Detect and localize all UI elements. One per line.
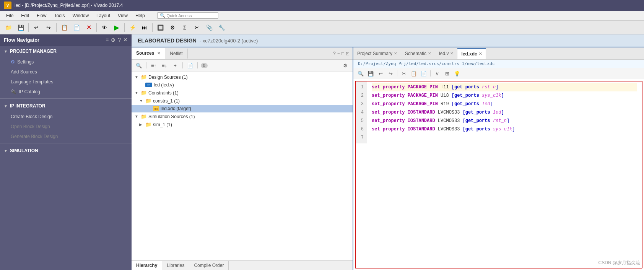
editor-redo-btn[interactable]: ↪ [386, 69, 395, 78]
toolbar-sigma[interactable]: Σ [179, 23, 190, 33]
menu-flow[interactable]: Flow [34, 12, 49, 19]
editor-undo-btn[interactable]: ↩ [376, 69, 385, 78]
toolbar-stop[interactable]: ✕ [83, 23, 94, 33]
editor-comment-btn[interactable]: // [433, 69, 441, 78]
bracket-close-4: ] [501, 108, 504, 117]
toolbar-undo[interactable]: ↩ [31, 23, 42, 33]
line-num-3: 3 [357, 100, 364, 108]
menu-tools[interactable]: Tools [51, 12, 68, 19]
toolbar-program[interactable]: ⚡ [127, 23, 138, 33]
toolbar-copy[interactable]: 📋 [59, 23, 70, 33]
tree-sim-1[interactable]: ▶ 📁 sim_1 (1) [132, 120, 353, 128]
tab-led-xdc[interactable]: led.xdc ✕ [457, 48, 486, 59]
tree-design-sources[interactable]: ▼ 📁 Design Sources (1) [132, 73, 353, 81]
bottom-tab-hierarchy[interactable]: Hierarchy [132, 261, 162, 270]
editor-cut-btn[interactable]: ✂ [400, 69, 408, 78]
flow-nav-collapse[interactable]: ≡ [106, 37, 109, 43]
sources-expand-all[interactable]: ≡↓ [160, 61, 169, 70]
iostd-val-2: LVCMOS33 [438, 117, 460, 125]
toolbar-settings[interactable]: ⚙ [167, 23, 178, 33]
nav-section-header-ip[interactable]: ▼ IP INTEGRATOR [0, 100, 132, 112]
nav-item-create-block[interactable]: Create Block Design [0, 112, 132, 122]
flow-nav-expand[interactable]: ⊕ [111, 37, 115, 43]
tab-netlist[interactable]: Netlist [165, 49, 187, 59]
editor-copy-btn[interactable]: 📋 [410, 69, 418, 78]
kw-set-3: set_property [372, 100, 405, 108]
nav-section-ip-integrator: ▼ IP INTEGRATOR Create Block Design Open… [0, 100, 132, 142]
tree-sim-sources[interactable]: ▼ 📁 Simulation Sources (1) [132, 112, 353, 120]
tab-led-xdc-close[interactable]: ✕ [479, 52, 482, 56]
menu-file[interactable]: File [3, 12, 16, 19]
tab-schematic-close[interactable]: ✕ [428, 51, 431, 55]
toolbar-pin[interactable]: 📎 [204, 23, 215, 33]
pin-val-2: U18 [441, 91, 449, 100]
port-led-2: led [493, 108, 501, 117]
editor-paste-btn[interactable]: 📄 [420, 69, 428, 78]
code-area[interactable]: 1 2 3 4 5 6 7 set_p [356, 81, 642, 268]
tab-schematic[interactable]: Schematic ✕ [401, 49, 435, 59]
tab-led-v[interactable]: led.v ✕ [435, 49, 457, 59]
toolbar-step[interactable]: ⏭ [139, 23, 150, 33]
iostd-val-3: LVCMOS33 [438, 125, 460, 133]
tab-sources-close[interactable]: ✕ [157, 51, 160, 55]
port-sys-clk-2: sys_clk [493, 125, 512, 133]
editor-save-btn[interactable]: 💾 [366, 69, 375, 78]
sources-collapse-all[interactable]: ≡↑ [150, 61, 158, 70]
nav-item-add-sources[interactable]: Add Sources [0, 67, 132, 77]
toolbar-checkpoint[interactable]: 🔲 [155, 23, 166, 33]
nav-item-ip-catalog[interactable]: 🔌 IP Catalog [0, 87, 132, 97]
sources-search-btn[interactable]: 🔍 [135, 61, 143, 70]
tab-project-summary[interactable]: Project Summary ✕ [353, 49, 401, 59]
nav-section-label-project: PROJECT MANAGER [10, 49, 57, 54]
menu-window[interactable]: Window [69, 12, 92, 19]
editor-table-btn[interactable]: ⊞ [443, 69, 451, 78]
flow-nav-help[interactable]: ? [118, 37, 121, 43]
tab-led-v-label: led.v [439, 51, 449, 56]
sources-maximize-icon[interactable]: □ [342, 51, 344, 56]
nav-divider-2 [0, 143, 132, 143]
toolbar-wrench[interactable]: 🔧 [216, 23, 227, 33]
tab-project-summary-close[interactable]: ✕ [394, 51, 397, 55]
prop-iostd-3: IOSTANDARD [408, 125, 435, 133]
editor-tab-bar: Project Summary ✕ Schematic ✕ led.v ✕ le… [353, 47, 644, 60]
tree-constrs-1[interactable]: ▼ 📁 constrs_1 (1) [132, 97, 353, 105]
tree-led-xdc[interactable]: XDC led.xdc (target) [132, 105, 353, 112]
menu-edit[interactable]: Edit [18, 12, 32, 19]
sources-minimize-icon[interactable]: − [337, 51, 340, 56]
flow-nav-close[interactable]: ✕ [123, 37, 128, 43]
quick-access-bar[interactable]: 🔍 Quick Access [157, 12, 218, 19]
nav-item-language-templates[interactable]: Language Templates [0, 77, 132, 87]
bottom-tab-compile-order[interactable]: Compile Order [189, 261, 229, 270]
code-lines[interactable]: set_property PACKAGE_PIN T11 [get_ports … [367, 81, 642, 143]
menu-layout[interactable]: Layout [93, 12, 113, 19]
toolbar-run[interactable]: ▶ [111, 23, 122, 33]
sources-float-icon[interactable]: ⊡ [346, 51, 350, 56]
sources-add[interactable]: + [171, 61, 179, 70]
editor-bulb-btn[interactable]: 💡 [453, 69, 461, 78]
prop-iostd-1: IOSTANDARD [408, 108, 435, 117]
toolbar-debug[interactable]: 👁 [99, 23, 110, 33]
tab-sources[interactable]: Sources ✕ [132, 48, 165, 59]
toolbar-open[interactable]: 📁 [3, 23, 14, 33]
folder-constrs-1-icon: 📁 [145, 98, 151, 104]
bottom-tab-libraries[interactable]: Libraries [162, 261, 189, 270]
nav-item-settings[interactable]: ⚙ Settings [0, 57, 132, 67]
editor-search-btn[interactable]: 🔍 [356, 69, 365, 78]
toolbar-redo[interactable]: ↪ [43, 23, 54, 33]
nav-section-header-project[interactable]: ▼ PROJECT MANAGER [0, 46, 132, 57]
sources-help-icon[interactable]: ? [333, 51, 336, 56]
chevron-down-icon-2: ▼ [4, 104, 8, 108]
toolbar-paste[interactable]: 📄 [71, 23, 82, 33]
tree-led-v[interactable]: ve led (led.v) [132, 81, 353, 89]
nav-section-header-sim[interactable]: ▼ SIMULATION [0, 145, 132, 156]
menu-view[interactable]: View [115, 12, 131, 19]
kw-get-1: get_ports [454, 83, 479, 91]
toolbar-scissor[interactable]: ✂ [192, 23, 202, 33]
sources-gear[interactable]: ⚙ [341, 61, 350, 70]
tree-constraints[interactable]: ▼ 📁 Constraints (1) [132, 89, 353, 97]
toolbar-save[interactable]: 💾 [15, 23, 26, 33]
tab-led-v-close[interactable]: ✕ [450, 51, 453, 55]
toolbar: 📁 💾 ↩ ↪ 📋 📄 ✕ 👁 ▶ ⚡ ⏭ 🔲 ⚙ Σ ✂ 📎 🔧 [0, 21, 644, 34]
sources-doc[interactable]: 📄 [186, 61, 194, 70]
menu-help[interactable]: Help [132, 12, 148, 19]
